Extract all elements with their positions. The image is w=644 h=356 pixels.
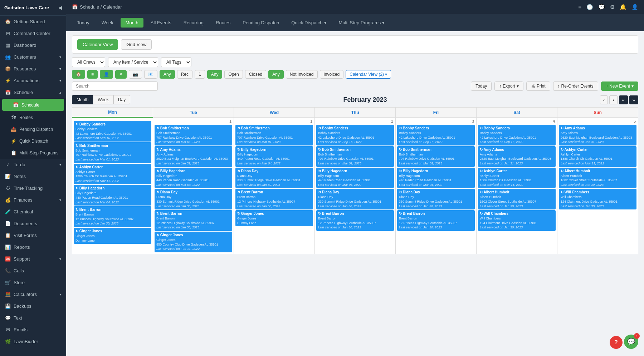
event-card[interactable]: ↻ Will ChambersWill Chambers124 Clairmon… xyxy=(559,189,636,209)
sidebar-item-schedule-sub[interactable]: 📅 Schedule xyxy=(2,99,64,111)
today-button[interactable]: Today xyxy=(471,81,492,91)
event-card[interactable]: ↻ Ashlyn CarterAshlyn Carter1386 Church … xyxy=(559,146,636,167)
event-card[interactable]: ↻ Billy HagedornBilly Hagedorn440 Paden … xyxy=(316,168,394,188)
tab-today[interactable]: Today xyxy=(72,18,94,28)
sidebar-item-documents[interactable]: 📄 Documents xyxy=(0,218,66,229)
tab-recurring[interactable]: Recurring xyxy=(179,18,209,28)
sidebar-item-calls[interactable]: 📞 Calls xyxy=(0,265,66,277)
sidebar-item-time-tracking[interactable]: ⏱ Time Tracking xyxy=(0,182,66,194)
sidebar-item-to-do[interactable]: ✓ To-do ▾ xyxy=(0,159,66,170)
event-card[interactable]: ↻ Amy AdamsAmy Adams2620 East Meighan Bo… xyxy=(478,146,556,167)
sidebar-collapse-button[interactable]: ◀ xyxy=(58,5,62,10)
sidebar-item-chemical[interactable]: 🧪 Chemical xyxy=(0,206,66,218)
search-input[interactable] xyxy=(72,81,158,91)
event-card[interactable]: ↻ Bob SmithermanBob Smitherman707 Rainbo… xyxy=(155,125,232,145)
sidebar-item-notes[interactable]: 📝 Notes xyxy=(0,170,66,182)
event-card[interactable]: ↻ Brent BarronBrent Barron12 Princes Hig… xyxy=(316,210,394,231)
filter-1-btn[interactable]: 1 xyxy=(195,70,205,79)
event-card[interactable]: ↻ Albert HumboltAlbert Humbolt1602 Clove… xyxy=(478,189,556,209)
filter-user-btn[interactable]: 👤 xyxy=(100,70,113,79)
tags-filter[interactable]: All Tags xyxy=(161,57,191,67)
filter-email-btn[interactable]: 📧 xyxy=(144,70,157,79)
filter-list-btn[interactable]: ≡ xyxy=(87,70,98,79)
item-service-filter[interactable]: Any Item / Service xyxy=(108,57,158,67)
help-button[interactable]: ? xyxy=(610,336,623,349)
event-card[interactable]: ↻ Brent BarronBrent Barron12 Princes Hig… xyxy=(74,206,151,227)
event-card[interactable]: ↻ Diana DayDiana Day330 Summit Ridge Dri… xyxy=(397,189,475,209)
comment-icon[interactable]: 💬 xyxy=(598,4,605,10)
sidebar-item-dashboard[interactable]: ▦ Dashboard xyxy=(0,39,66,51)
sidebar-item-customers[interactable]: 👥 Customers ▾ xyxy=(0,51,66,63)
event-card[interactable]: ↻ Bobby SandersBobby Sanders42 Lakeshore… xyxy=(316,125,394,145)
sidebar-item-emails[interactable]: ✉ Emails xyxy=(0,324,66,336)
cal-tab-month[interactable]: Month xyxy=(72,95,93,104)
sidebar-item-backups[interactable]: 💾 Backups xyxy=(0,300,66,312)
event-card[interactable]: ↻ Brent BarronBrent Barron12 Princes Hig… xyxy=(397,210,475,231)
tab-quick-dispatch[interactable]: Quick Dispatch ▾ xyxy=(286,18,331,28)
sidebar-item-store[interactable]: 🛒 Store xyxy=(0,277,66,288)
event-card[interactable]: ↻ Amy AdamsAmy Adams2620 East Meighan Bo… xyxy=(155,146,232,167)
cal-next-month-btn[interactable]: » xyxy=(629,95,638,104)
sidebar-item-schedule[interactable]: 📅 Schedule ▴ xyxy=(0,86,66,98)
sidebar-item-lawnbidder[interactable]: 🌿 LawnBidder xyxy=(0,336,66,347)
sidebar-item-pending-dispatch[interactable]: 📤 Pending Dispatch xyxy=(0,123,66,135)
event-card[interactable]: ↻ Ginger JonesGinger JonesDummy Lane xyxy=(235,210,313,226)
sidebar-item-multi-step[interactable]: 📋 Multi-Step Programs xyxy=(0,147,66,159)
reorder-button[interactable]: ↕ Re-Order Events xyxy=(553,81,598,91)
calendar-view-select[interactable]: Calendar View (2) ▾ xyxy=(346,70,391,79)
event-card[interactable]: ↻ Billy HagedornBilly Hagedorn440 Paden … xyxy=(235,146,313,167)
filter-any3-btn[interactable]: Any xyxy=(268,70,284,79)
tab-week[interactable]: Week xyxy=(97,18,118,28)
filter-clear-btn[interactable]: ✕ xyxy=(115,70,127,79)
event-card[interactable]: ↻ Billy HagedornBilly Hagedorn440 Paden … xyxy=(155,168,232,188)
sidebar-item-command-center[interactable]: ⊞ Command Center xyxy=(0,28,66,39)
tab-all-events[interactable]: All Events xyxy=(146,18,176,28)
cal-tab-week[interactable]: Week xyxy=(93,95,113,104)
list-icon[interactable]: ≡ xyxy=(578,4,581,10)
event-card[interactable]: ↻ Ashlyn CarterAshlyn Carter1386 Church … xyxy=(74,164,151,184)
event-card[interactable]: ↻ Bobby SandersBobby Sanders42 Lakeshore… xyxy=(74,121,151,142)
export-button[interactable]: ↑ Export ▾ xyxy=(494,81,523,91)
cal-tab-day[interactable]: Day xyxy=(113,95,130,104)
tab-multi-step[interactable]: Multi Step Programs ▾ xyxy=(334,18,390,28)
event-card[interactable]: ↻ Diana DayDiana Day330 Summit Ridge Dri… xyxy=(235,168,313,188)
event-card[interactable]: ↻ Ginger JonesGinger Jones850 Country Cl… xyxy=(155,232,232,252)
event-card[interactable]: ↻ Albert HumboltAlbert Humbolt1602 Clove… xyxy=(559,168,636,188)
event-card[interactable]: ↻ Will ChambersWill Chambers124 Clairmon… xyxy=(478,210,556,231)
tab-pending-dispatch[interactable]: Pending Dispatch xyxy=(238,18,284,28)
filter-rec-btn[interactable]: Rec xyxy=(177,70,192,79)
sidebar-item-quick-dispatch[interactable]: ⚡ Quick Dispatch xyxy=(0,135,66,147)
calendar-view-button[interactable]: Calendar View xyxy=(77,39,118,50)
sidebar-item-automations[interactable]: ⚡ Automations ▾ xyxy=(0,75,66,86)
filter-invoiced-btn[interactable]: Invoiced xyxy=(320,70,344,79)
grid-view-button[interactable]: Grid View xyxy=(121,39,152,50)
print-button[interactable]: 🖨 Print xyxy=(526,81,550,91)
event-card[interactable]: ↻ Bobby SandersBobby Sanders42 Lakeshore… xyxy=(478,125,556,145)
event-card[interactable]: ↻ Bob SmithermanBob Smitherman707 Rainbo… xyxy=(397,146,475,167)
sidebar-item-support[interactable]: 🆘 Support ▾ xyxy=(0,253,66,265)
new-event-button[interactable]: + New Event ▾ xyxy=(601,81,638,91)
filter-closed-btn[interactable]: Closed xyxy=(245,70,266,79)
sidebar-item-resources[interactable]: 📦 Resources ▾ xyxy=(0,63,66,75)
tab-month[interactable]: Month xyxy=(121,18,143,28)
filter-any1-btn[interactable]: Any xyxy=(160,70,175,79)
event-card[interactable]: ↻ Bob SmithermanBob Smitherman707 Rainbo… xyxy=(316,146,394,167)
filter-not-invoiced-btn[interactable]: Not Invoiced xyxy=(286,70,318,79)
clock-icon[interactable]: 🕐 xyxy=(586,4,593,10)
sidebar-item-calculators[interactable]: 🧮 Calculators ▾ xyxy=(0,288,66,300)
event-card[interactable]: ↻ Bobby SandersBobby Sanders42 Lakeshore… xyxy=(397,125,475,145)
sidebar-item-routes[interactable]: 🗺 Routes xyxy=(0,112,66,123)
event-card[interactable]: ↻ Ginger JonesGinger JonesDummy Lane xyxy=(74,228,151,244)
event-card[interactable]: ↻ Brent BarronBrent Barron12 Princes Hig… xyxy=(235,189,313,209)
bell-icon[interactable]: 🔔 xyxy=(620,4,626,10)
event-card[interactable]: ↻ Diana DayDiana Day330 Summit Ridge Dri… xyxy=(316,189,394,209)
cal-prev-btn[interactable]: ‹ xyxy=(600,95,608,104)
filter-camera-btn[interactable]: 📷 xyxy=(129,70,142,79)
tab-routes[interactable]: Routes xyxy=(211,18,235,28)
event-card[interactable]: ↻ Bob SmithermanBob Smitherman707 Rainbo… xyxy=(235,125,313,145)
crew-filter[interactable]: All Crews xyxy=(72,57,105,67)
sidebar-item-finances[interactable]: 💰 Finances ▾ xyxy=(0,194,66,206)
filter-home-btn[interactable]: 🏠 xyxy=(72,70,85,79)
event-card[interactable]: ↻ Bob SmithermanBob Smitherman707 Rainbo… xyxy=(74,142,151,163)
sidebar-item-reports[interactable]: 📊 Reports xyxy=(0,241,66,253)
